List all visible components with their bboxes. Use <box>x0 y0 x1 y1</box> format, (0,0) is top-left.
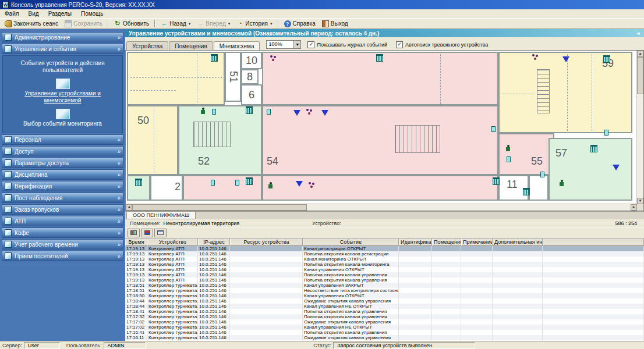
map-vertical-scrollbar[interactable]: ▲ ▼ <box>636 51 643 204</box>
turnstile-icon[interactable] <box>376 54 383 62</box>
sidebar-item-atp[interactable]: АТП » <box>2 216 123 226</box>
checkbox-icon[interactable]: ✓ <box>307 41 314 48</box>
turnstile-icon[interactable] <box>590 145 597 152</box>
column-header[interactable]: Дополнительная информация <box>493 238 543 246</box>
submenu-item-device-management[interactable]: Управление устройствами и мнемосхемой <box>5 75 120 105</box>
menu-file[interactable]: Файл <box>0 10 24 17</box>
vertical-scroll-thumb[interactable] <box>637 57 643 94</box>
horizontal-scroll-thumb[interactable] <box>132 204 307 211</box>
column-header[interactable]: Идентификатор <box>399 238 432 246</box>
log-navigation-button[interactable] <box>141 229 153 237</box>
menu-help[interactable]: Помощь <box>76 10 108 17</box>
back-button[interactable]: Назад ▾ <box>158 19 193 29</box>
tab-rooms[interactable]: Помещения <box>169 41 213 50</box>
sidebar-item-pass-order[interactable]: Заказ пропусков » <box>2 204 123 215</box>
log-row[interactable]: 17:19:13Контроллер АТП10.0.251.146Канал … <box>125 257 644 262</box>
log-row[interactable]: 17:19:13Контроллер АТП10.0.251.146Попытк… <box>125 272 644 277</box>
stairs-v-icon[interactable] <box>537 69 550 113</box>
tab-mnemoscheme[interactable]: Мнемосхема <box>214 41 260 50</box>
log-row[interactable]: 17:18:51Контроллер турникета/замка10.0.2… <box>125 283 644 288</box>
sidebar-item-visitors[interactable]: Прием посетителей » <box>2 251 123 261</box>
turnstile-icon[interactable] <box>246 177 253 185</box>
sidebar-item-personnel[interactable]: Персонал » <box>2 134 123 145</box>
camera-icon[interactable] <box>532 54 539 60</box>
map-room[interactable] <box>529 175 549 201</box>
turnstile-icon[interactable] <box>523 188 530 195</box>
map-room-10[interactable]: 10 <box>241 52 262 69</box>
map-sheet-tab[interactable]: ООО ПЕННИФФИМАШ <box>126 212 196 219</box>
reader-icon[interactable] <box>491 126 496 132</box>
log-row[interactable]: 17:17:02Контроллер турникета/замка10.0.2… <box>125 319 644 325</box>
sidebar-item-administration[interactable]: Администрирование » <box>2 32 123 42</box>
column-header[interactable]: IP-адрес <box>198 238 230 246</box>
reader-icon[interactable] <box>507 156 511 162</box>
column-header[interactable]: Помещение <box>432 238 461 246</box>
log-row[interactable]: 17:19:13Контроллер АТП10.0.251.146Канал … <box>125 246 644 251</box>
log-columns-button[interactable] <box>128 229 140 237</box>
sidebar-item-management-events[interactable]: Управление и события » <box>2 44 123 54</box>
sidebar-item-access-params[interactable]: Параметры доступа » <box>2 158 123 168</box>
log-row[interactable]: 17:16:11Контроллер турникета/замка10.0.2… <box>125 335 644 340</box>
collapse-panel-icon[interactable]: ◄ <box>636 31 641 36</box>
map-room-55[interactable]: 55 <box>498 133 554 175</box>
submenu-item-device-events[interactable]: События устройств и действия пользовател… <box>5 59 120 75</box>
map-room-2[interactable]: 2 <box>150 175 183 201</box>
map-room-6[interactable]: 6 <box>241 84 262 105</box>
reader-icon[interactable] <box>540 172 544 177</box>
exit-button[interactable]: Выход <box>319 19 351 29</box>
turnstile-icon[interactable] <box>603 55 610 63</box>
map-horizontal-scrollbar[interactable]: ◄ ► <box>126 204 637 211</box>
reader-icon[interactable] <box>235 180 239 186</box>
log-row[interactable]: 17:18:51Контроллер турникета/замка10.0.2… <box>125 288 644 293</box>
reader-icon[interactable] <box>267 109 271 115</box>
figure-icon[interactable] <box>268 182 273 189</box>
submenu-item-monitoring-events[interactable]: Выбор событий мониторинга <box>5 105 120 129</box>
forward-button[interactable]: Вперед ▾ <box>194 19 233 29</box>
log-row[interactable]: 17:19:13Контроллер АТП10.0.251.146Попытк… <box>125 262 644 267</box>
log-row[interactable]: 17:18:44Контроллер турникета/замка10.0.2… <box>125 304 644 309</box>
map-room[interactable] <box>262 175 498 201</box>
column-header[interactable]: Устройство <box>147 238 198 246</box>
reader-icon[interactable] <box>211 180 215 186</box>
log-row[interactable]: 17:19:13Контроллер АТП10.0.251.146Попытк… <box>125 277 644 283</box>
log-row[interactable]: 17:18:44Контроллер турникета/замка10.0.2… <box>125 298 644 304</box>
menu-view[interactable]: Вид <box>24 10 44 17</box>
log-window-button[interactable] <box>154 229 167 237</box>
figure-icon[interactable] <box>200 108 206 115</box>
stairs-h-icon[interactable] <box>193 122 231 147</box>
map-room-8[interactable]: 8 <box>241 69 259 84</box>
turnstile-icon[interactable] <box>135 179 142 186</box>
turnstile-icon[interactable] <box>493 177 500 185</box>
turnstile-icon[interactable] <box>246 106 253 114</box>
log-row[interactable]: 17:16:41Контроллер турникета/замка10.0.2… <box>125 330 644 335</box>
triangle-icon[interactable] <box>293 110 300 116</box>
stairs-h-icon[interactable] <box>395 125 440 153</box>
save-button[interactable]: Сохранить <box>62 19 105 29</box>
menu-sections[interactable]: Разделы <box>44 10 76 17</box>
reader-icon[interactable] <box>604 130 608 136</box>
mnemoscheme-map[interactable]: 511086505254595557211 <box>126 51 637 204</box>
column-header[interactable]: Событие <box>303 238 399 246</box>
log-row[interactable]: 17:17:32Контроллер турникета/замка10.0.2… <box>125 314 644 319</box>
scroll-left-icon[interactable]: ◄ <box>126 204 132 211</box>
end-session-button[interactable]: Закончить сеанс <box>2 19 61 29</box>
camera-icon[interactable] <box>309 182 316 188</box>
help-button[interactable]: Справка <box>281 19 319 29</box>
checkbox-show-event-log[interactable]: ✓ Показывать журнал событий <box>307 41 387 48</box>
sidebar-item-time-tracking[interactable]: Учет рабочего времени » <box>2 239 123 250</box>
log-row[interactable]: 17:18:50Контроллер турникета/замка10.0.2… <box>125 293 644 298</box>
map-room[interactable] <box>127 52 225 105</box>
scroll-up-icon[interactable]: ▲ <box>637 51 643 57</box>
checkbox-icon[interactable]: ✓ <box>396 41 403 48</box>
log-row[interactable]: 17:19:13Контроллер АТП10.0.251.146Канал … <box>125 267 644 272</box>
figure-icon[interactable] <box>559 180 564 187</box>
checkbox-auto-find-alarm[interactable]: ✓ Автопоиск тревожного устройства <box>396 41 488 48</box>
chevron-down-icon[interactable]: ▼ <box>293 40 301 49</box>
column-header[interactable]: Ресурс устройства <box>230 238 303 246</box>
camera-icon[interactable] <box>306 109 313 115</box>
zoom-select[interactable]: 100% ▼ <box>266 40 301 49</box>
column-header[interactable]: Примечание <box>461 238 493 246</box>
sidebar-item-cafe[interactable]: Кафе » <box>2 227 123 238</box>
log-row[interactable]: 17:17:02Контроллер турникета/замка10.0.2… <box>125 325 644 330</box>
map-room-59[interactable]: 59 <box>498 52 632 133</box>
